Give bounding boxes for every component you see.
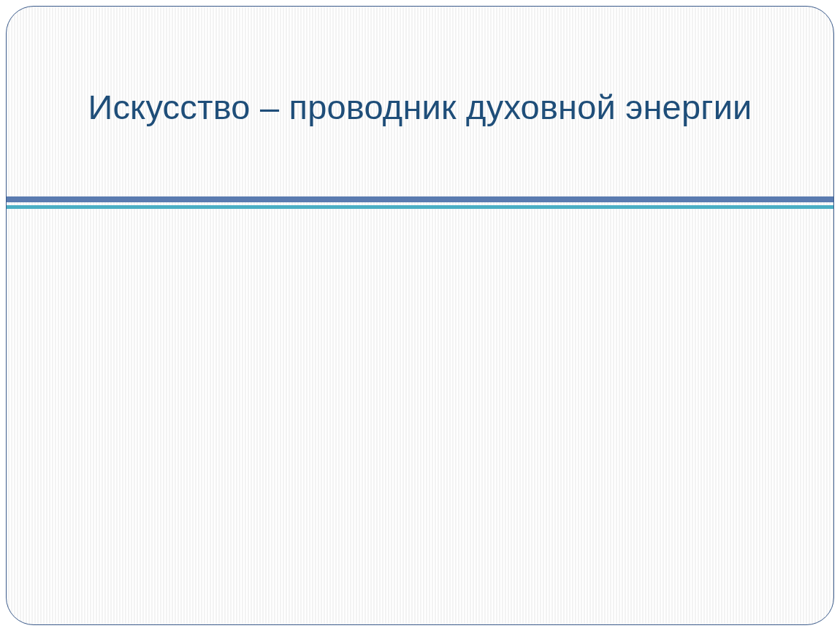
title-area: Искусство – проводник духовной энергии	[7, 7, 833, 129]
slide-title: Искусство – проводник духовной энергии	[7, 85, 833, 129]
divider-line-secondary	[7, 205, 833, 209]
divider-group	[7, 196, 833, 209]
slide-frame: Искусство – проводник духовной энергии	[6, 6, 834, 625]
divider-line-primary	[7, 196, 833, 202]
